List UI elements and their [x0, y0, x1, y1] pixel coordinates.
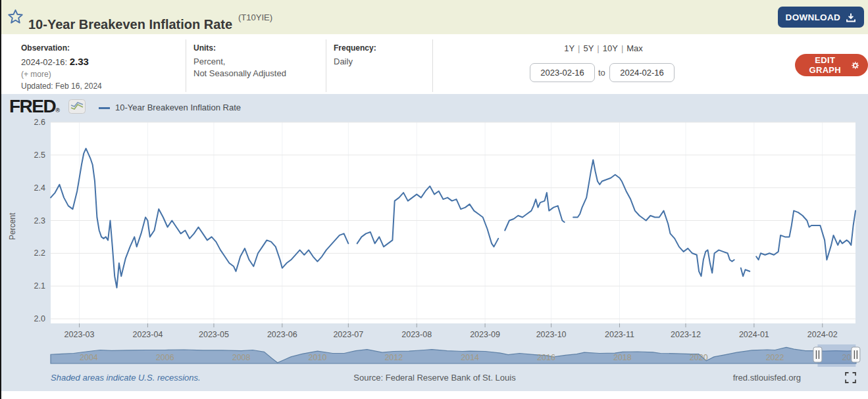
range-link-1y[interactable]: 1Y	[564, 43, 574, 53]
range-link-10y[interactable]: 10Y	[603, 43, 618, 53]
date-range-to-label: to	[598, 68, 605, 78]
legend-series-label: 10-Year Breakeven Inflation Rate	[115, 103, 241, 112]
mini-year-label: 2018	[613, 353, 632, 362]
y-tick-label: 2.5	[34, 151, 45, 160]
fred-logo-text: FRED	[9, 96, 55, 116]
mini-year-label: 2004	[80, 353, 98, 362]
observation-more-link[interactable]: (+ more)	[21, 68, 102, 80]
x-tick-label: 2024-02	[807, 330, 838, 339]
x-tick-label: 2023-11	[605, 330, 634, 339]
frequency-block: Frequency: Daily	[334, 42, 376, 68]
plot-area[interactable]	[51, 122, 855, 323]
y-tick-label: 2.3	[34, 216, 45, 225]
observation-value-line: 2024-02-16: 2.33	[21, 56, 102, 68]
gear-icon	[852, 60, 859, 70]
mini-year-label: 2006	[156, 353, 174, 362]
observation-updated: Updated: Feb 16, 2024	[21, 80, 102, 92]
favorite-star-icon[interactable]	[7, 9, 24, 25]
y-tick-label: 2.0	[34, 314, 45, 323]
page-title: 10-Year Breakeven Inflation Rate	[28, 17, 232, 32]
observation-value: 2.33	[70, 56, 89, 67]
x-tick-label: 2023-06	[267, 330, 297, 339]
mini-year-label: 2016	[537, 353, 555, 362]
slider-handle-left[interactable]	[813, 347, 822, 362]
download-button[interactable]: DOWNLOAD	[778, 7, 864, 28]
y-tick-label: 2.4	[34, 183, 45, 193]
range-selector-chart[interactable]: 2004200620082010201220142016201820202022…	[1, 344, 868, 367]
x-tick-label: 2023-08	[401, 330, 432, 339]
start-date-input[interactable]	[530, 63, 595, 82]
frequency-label: Frequency:	[334, 42, 376, 54]
x-tick-label: 2023-09	[470, 330, 500, 339]
site-url: fred.stlouisfed.org	[733, 373, 801, 383]
mini-year-label: 2014	[461, 353, 479, 362]
range-link-separator: |	[597, 43, 599, 53]
legend-line-swatch	[99, 107, 110, 109]
x-tick-label: 2023-07	[333, 330, 363, 339]
y-tick-label: 2.6	[34, 118, 45, 127]
observation-label: Observation:	[21, 42, 102, 54]
x-tick-label: 2023-03	[64, 330, 95, 339]
edit-graph-button[interactable]: EDIT GRAPH	[795, 54, 868, 76]
observation-block: Observation: 2024-02-16: 2.33 (+ more) U…	[21, 42, 102, 92]
fred-logo-chart-icon	[68, 99, 86, 114]
main-chart[interactable]: 2023-032023-042023-052023-062023-072023-…	[1, 118, 868, 344]
graph-widget: FRED® 10-Year Breakeven Inflation Rate P…	[1, 94, 868, 391]
divider	[432, 39, 433, 92]
x-tick-label: 2023-04	[132, 330, 163, 339]
units-line1: Percent,	[193, 56, 286, 68]
units-label: Units:	[193, 42, 286, 54]
edit-graph-button-label: EDIT GRAPH	[804, 55, 846, 75]
x-tick-label: 2023-12	[671, 330, 701, 339]
end-date-input[interactable]	[609, 63, 675, 82]
x-tick-label: 2023-10	[536, 330, 567, 339]
range-link-separator: |	[621, 43, 623, 53]
units-line2: Not Seasonally Adjusted	[193, 68, 286, 80]
mini-year-label: 2012	[384, 353, 403, 362]
y-tick-label: 2.1	[34, 281, 45, 291]
mini-year-label: 2022	[766, 353, 784, 362]
mini-year-label: 2008	[232, 353, 251, 362]
download-icon	[846, 12, 856, 22]
range-link-max[interactable]: Max	[626, 43, 643, 53]
range-link-separator: |	[578, 43, 580, 53]
mini-year-label: 2020	[690, 353, 708, 362]
divider	[186, 39, 186, 92]
frequency-value: Daily	[334, 56, 376, 68]
observation-date: 2024-02-16:	[21, 57, 67, 67]
y-tick-label: 2.2	[34, 248, 45, 258]
selected-range-overlay[interactable]	[817, 344, 855, 367]
range-preset-links: 1Y|5Y|10Y|Max	[521, 43, 686, 53]
range-link-5y[interactable]: 5Y	[583, 43, 594, 53]
fred-logo-registered-mark: ®	[55, 107, 60, 114]
divider	[326, 39, 326, 92]
x-tick-label: 2023-05	[199, 330, 229, 339]
series-symbol: (T10YIE)	[238, 12, 272, 22]
fred-logo[interactable]: FRED®	[9, 96, 60, 117]
units-block: Units: Percent, Not Seasonally Adjusted	[193, 42, 286, 80]
fred-series-page: 10-Year Breakeven Inflation Rate (T10YIE…	[0, 0, 868, 399]
download-button-label: DOWNLOAD	[786, 12, 840, 22]
x-tick-label: 2024-01	[739, 330, 769, 339]
title-bar: 10-Year Breakeven Inflation Rate (T10YIE…	[1, 0, 868, 34]
meta-bar: Observation: 2024-02-16: 2.33 (+ more) U…	[1, 34, 868, 94]
mini-year-label: 2010	[309, 353, 327, 362]
fullscreen-icon[interactable]	[845, 372, 856, 383]
slider-handle-right[interactable]	[852, 347, 860, 362]
